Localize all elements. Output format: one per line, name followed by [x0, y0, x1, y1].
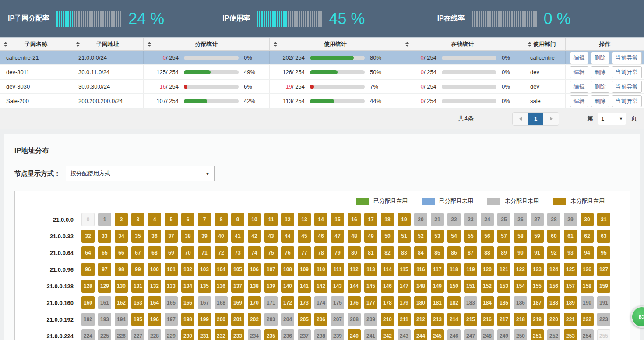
ip-cell[interactable]: 124	[547, 263, 560, 276]
ip-cell[interactable]: 236	[281, 329, 294, 340]
ip-cell[interactable]: 127	[597, 263, 610, 276]
ip-cell[interactable]: 180	[414, 296, 427, 309]
ip-cell[interactable]: 146	[381, 280, 394, 293]
ip-cell[interactable]: 29	[564, 213, 577, 226]
ip-cell[interactable]: 145	[364, 280, 377, 293]
ip-cell[interactable]: 54	[447, 230, 461, 243]
ip-cell[interactable]: 232	[215, 329, 228, 340]
table-row[interactable]: dev-301130.0.11.0/24125/ 25449%126/ 2545…	[0, 65, 644, 80]
ip-cell[interactable]: 90	[514, 246, 527, 259]
ip-cell[interactable]: 28	[547, 213, 560, 226]
ip-cell[interactable]: 115	[398, 263, 411, 276]
ip-cell[interactable]: 150	[447, 280, 461, 293]
ip-cell[interactable]: 59	[531, 230, 544, 243]
edit-button[interactable]: 编辑	[570, 66, 588, 78]
ip-cell[interactable]: 103	[198, 263, 211, 276]
ip-cell[interactable]: 198	[181, 313, 194, 326]
ip-cell[interactable]: 132	[148, 280, 161, 293]
sort-icon[interactable]	[405, 42, 409, 47]
ip-cell[interactable]: 18	[381, 213, 394, 226]
ip-cell[interactable]: 213	[431, 313, 444, 326]
ip-cell[interactable]: 208	[348, 313, 361, 326]
ip-cell[interactable]: 21	[431, 213, 444, 226]
ip-cell[interactable]: 13	[298, 213, 311, 226]
ip-cell[interactable]: 186	[514, 296, 527, 309]
ip-cell[interactable]: 219	[531, 313, 544, 326]
ip-cell[interactable]: 25	[497, 213, 510, 226]
ip-cell[interactable]: 250	[514, 329, 527, 340]
prev-page-button[interactable]	[513, 113, 528, 125]
sort-icon[interactable]	[4, 42, 7, 47]
ip-cell[interactable]: 171	[264, 296, 278, 309]
ip-cell[interactable]: 107	[264, 263, 278, 276]
ip-cell[interactable]: 190	[581, 296, 594, 309]
ip-cell[interactable]: 30	[581, 213, 594, 226]
ip-cell[interactable]: 152	[481, 280, 494, 293]
ip-cell[interactable]: 35	[131, 230, 144, 243]
ip-cell[interactable]: 53	[431, 230, 444, 243]
ip-cell[interactable]: 24	[481, 213, 494, 226]
ip-cell[interactable]: 231	[198, 329, 211, 340]
ip-cell[interactable]: 221	[564, 313, 577, 326]
ip-cell[interactable]: 156	[547, 280, 560, 293]
ip-cell[interactable]: 199	[198, 313, 211, 326]
ip-cell[interactable]: 174	[314, 296, 327, 309]
ip-cell[interactable]: 26	[514, 213, 527, 226]
ip-cell[interactable]: 123	[531, 263, 544, 276]
ip-cell[interactable]: 49	[364, 230, 377, 243]
display-mode-select[interactable]: 按分配使用方式 ▼	[66, 166, 215, 181]
table-row[interactable]: dev-303030.0.30.0/2416/ 2546%19/ 2547%0/…	[0, 80, 644, 94]
ip-cell[interactable]: 222	[581, 313, 594, 326]
ip-cell[interactable]: 166	[181, 296, 194, 309]
ip-cell[interactable]: 55	[464, 230, 477, 243]
ip-cell[interactable]: 142	[314, 280, 327, 293]
ip-cell[interactable]: 248	[481, 329, 494, 340]
ip-cell[interactable]: 173	[298, 296, 311, 309]
ip-cell[interactable]: 47	[331, 230, 344, 243]
ip-cell[interactable]: 23	[464, 213, 477, 226]
ip-cell[interactable]: 97	[98, 263, 111, 276]
ip-cell[interactable]: 244	[414, 329, 427, 340]
ip-cell[interactable]: 205	[298, 313, 311, 326]
ip-cell[interactable]: 91	[531, 246, 544, 259]
ip-cell[interactable]: 138	[248, 280, 261, 293]
ip-cell[interactable]: 73	[231, 246, 244, 259]
ip-cell[interactable]: 81	[364, 246, 377, 259]
ip-cell[interactable]: 183	[464, 296, 477, 309]
ip-cell[interactable]: 33	[98, 230, 111, 243]
ip-cell[interactable]: 6	[181, 213, 194, 226]
ip-cell[interactable]: 184	[481, 296, 494, 309]
ip-cell[interactable]: 7	[198, 213, 211, 226]
ip-cell[interactable]: 162	[115, 296, 128, 309]
ip-cell[interactable]: 158	[581, 280, 594, 293]
ip-cell[interactable]: 2	[115, 213, 128, 226]
current-abnormal-button[interactable]: 当前异常	[612, 66, 642, 78]
ip-cell[interactable]: 220	[547, 313, 560, 326]
ip-cell[interactable]: 48	[348, 230, 361, 243]
ip-cell[interactable]: 85	[431, 246, 444, 259]
ip-cell[interactable]: 5	[165, 213, 178, 226]
delete-button[interactable]: 删除	[591, 66, 609, 78]
ip-cell[interactable]: 144	[348, 280, 361, 293]
ip-cell[interactable]: 182	[447, 296, 461, 309]
ip-cell[interactable]: 194	[115, 313, 128, 326]
ip-cell[interactable]: 212	[414, 313, 427, 326]
ip-cell[interactable]: 43	[264, 230, 278, 243]
ip-cell[interactable]: 203	[264, 313, 278, 326]
ip-cell[interactable]: 95	[597, 246, 610, 259]
ip-cell[interactable]: 247	[464, 329, 477, 340]
ip-cell[interactable]: 4	[148, 213, 161, 226]
ip-cell[interactable]: 147	[398, 280, 411, 293]
ip-cell[interactable]: 83	[398, 246, 411, 259]
ip-cell[interactable]: 206	[314, 313, 327, 326]
ip-cell[interactable]: 87	[464, 246, 477, 259]
table-row[interactable]: Sale-200200.200.200.0/24107/ 25442%113/ …	[0, 94, 644, 109]
ip-cell[interactable]: 143	[331, 280, 344, 293]
ip-cell[interactable]: 149	[431, 280, 444, 293]
ip-cell[interactable]: 172	[281, 296, 294, 309]
ip-cell[interactable]: 214	[447, 313, 461, 326]
ip-cell[interactable]: 56	[481, 230, 494, 243]
ip-cell[interactable]: 102	[181, 263, 194, 276]
ip-cell[interactable]: 131	[131, 280, 144, 293]
ip-cell[interactable]: 170	[248, 296, 261, 309]
